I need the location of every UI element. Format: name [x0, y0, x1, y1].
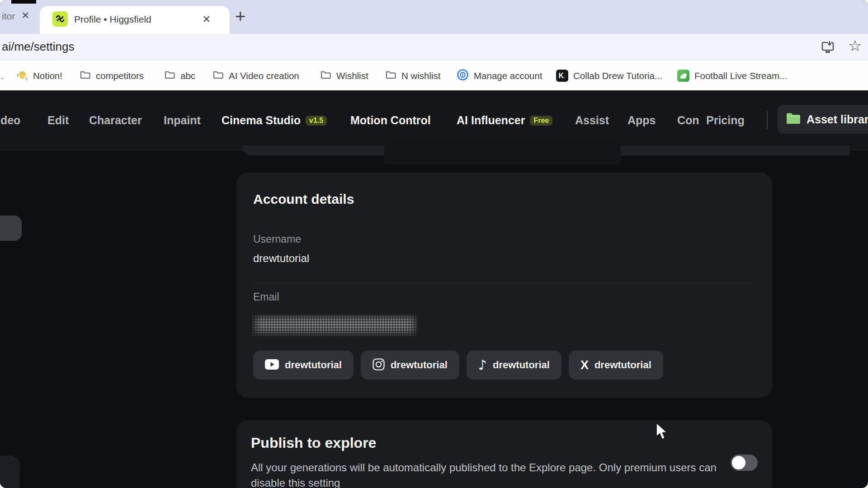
- bookmark-star-icon[interactable]: ☆: [848, 37, 862, 55]
- nav-label: Inpaint: [164, 114, 201, 127]
- folder-icon: [212, 69, 224, 82]
- social-handle: drewtutorial: [594, 359, 651, 371]
- bookmark-item[interactable]: K. Collab Drew Tutoria...: [556, 61, 662, 90]
- sidebar-handle-fragment[interactable]: [0, 216, 22, 241]
- folder-icon: [385, 69, 396, 82]
- bookmark-item[interactable]: .: [1, 61, 4, 90]
- higgsfield-favicon-icon: [52, 11, 68, 27]
- nav-divider: [767, 111, 768, 129]
- bookmark-item[interactable]: N wishlist: [385, 61, 441, 90]
- floating-panel-fragment: [0, 455, 20, 488]
- browser-toolbar: ai/me/settings ☆: [0, 34, 868, 61]
- bookmark-label: Football Live Stream...: [694, 70, 787, 81]
- scrolled-card-tab: [384, 143, 621, 164]
- window-edge-strip: [11, 0, 36, 4]
- active-tab[interactable]: Profile • Higgsfield ×: [40, 6, 230, 34]
- asset-library-label: Asset library: [807, 113, 868, 126]
- folder-icon: [164, 69, 175, 82]
- social-handle: drewtutorial: [391, 359, 448, 371]
- bookmark-label: competitors: [96, 70, 144, 81]
- x-logo-icon: X: [580, 359, 589, 371]
- bookmark-item[interactable]: abc: [164, 61, 195, 90]
- app-page: ideo Edit Character Inpaint Cinema Studi…: [0, 90, 868, 488]
- green-folder-icon: [786, 112, 801, 127]
- free-badge: Free: [530, 116, 552, 126]
- bookmark-item[interactable]: Notion!: [16, 61, 62, 90]
- bookmark-label: .: [1, 70, 4, 81]
- bookmark-label: abc: [180, 70, 195, 81]
- username-label: Username: [253, 233, 301, 245]
- youtube-icon: [265, 359, 279, 371]
- email-label: Email: [253, 291, 279, 303]
- nav-label: Character: [89, 114, 142, 127]
- tiktok-icon: ♪: [478, 358, 487, 372]
- nav-item-motion-control[interactable]: Motion Control: [350, 114, 431, 127]
- nav-label: Assist: [575, 114, 609, 127]
- bookmark-item[interactable]: competitors: [80, 61, 144, 90]
- nav-item-con[interactable]: Con: [677, 114, 699, 127]
- publish-to-explore-card: Publish to explore All your generations …: [236, 420, 772, 488]
- app-navbar: ideo Edit Character Inpaint Cinema Studi…: [0, 90, 868, 150]
- social-handle: drewtutorial: [493, 359, 550, 371]
- nav-item-assist[interactable]: Assist: [575, 114, 609, 127]
- publish-toggle[interactable]: [731, 455, 758, 471]
- bookmark-label: Collab Drew Tutoria...: [573, 70, 662, 81]
- email-value-redacted: [252, 314, 418, 336]
- nav-label: ideo: [0, 114, 20, 127]
- nav-label: Pricing: [706, 114, 745, 127]
- nav-label: Apps: [627, 114, 656, 127]
- address-bar-url[interactable]: ai/me/settings: [2, 40, 74, 54]
- card-title: Publish to explore: [251, 435, 376, 451]
- nav-label: AI Influencer: [457, 114, 525, 127]
- browser-window: itor × Profile • Higgsfield × + ai/me/se…: [0, 0, 868, 488]
- username-value: drewtutorial: [253, 252, 309, 265]
- x-link-button[interactable]: X drewtutorial: [569, 351, 663, 380]
- field-divider: [253, 283, 754, 283]
- social-handle: drewtutorial: [285, 359, 342, 371]
- nav-item-cinema-studio[interactable]: Cinema Studiov1.5: [222, 114, 327, 127]
- onepassword-icon: [457, 69, 469, 83]
- nav-item-community[interactable]: Apps: [627, 114, 656, 127]
- close-icon[interactable]: ×: [203, 11, 211, 27]
- instagram-icon: [373, 358, 385, 372]
- nav-label: Cinema Studio: [222, 114, 301, 127]
- bookmark-label: Wishlist: [336, 70, 368, 81]
- nav-item-edit[interactable]: Edit: [47, 114, 69, 127]
- folder-icon: [320, 69, 331, 82]
- tiktok-link-button[interactable]: ♪ drewtutorial: [467, 351, 561, 380]
- nav-item-inpaint[interactable]: Inpaint: [164, 114, 201, 127]
- tab-title: Profile • Higgsfield: [74, 14, 151, 25]
- bookmark-item[interactable]: Wishlist: [320, 61, 368, 90]
- mouse-cursor: [656, 422, 671, 443]
- k-dot: .: [564, 72, 566, 80]
- save-install-icon[interactable]: [819, 38, 837, 58]
- publish-description: All your generations will be automatical…: [251, 460, 723, 488]
- nav-item-video[interactable]: ideo: [0, 114, 20, 127]
- bookmark-item[interactable]: Football Live Stream...: [677, 61, 787, 90]
- close-icon[interactable]: ×: [22, 8, 29, 23]
- bookmark-label: N wishlist: [401, 70, 441, 81]
- nav-label: Motion Control: [350, 114, 431, 127]
- youtube-link-button[interactable]: drewtutorial: [253, 351, 354, 380]
- nav-item-character[interactable]: Character: [89, 114, 142, 127]
- bookmark-label: AI Video creation: [229, 70, 299, 81]
- bookmark-label: Notion!: [33, 70, 62, 81]
- instagram-link-button[interactable]: drewtutorial: [361, 351, 459, 380]
- background-tab-label: itor: [2, 11, 15, 22]
- bookmark-item[interactable]: Manage account: [457, 61, 542, 90]
- bookmark-label: Manage account: [474, 70, 542, 81]
- card-title: Account details: [253, 192, 354, 207]
- toggle-knob: [732, 456, 745, 469]
- version-badge: v1.5: [306, 116, 327, 126]
- account-details-card: Account details Username drewtutorial Em…: [236, 173, 772, 398]
- k-letter: K: [558, 72, 564, 80]
- nav-item-pricing[interactable]: Pricing: [706, 114, 745, 127]
- kit-app-icon: K.: [556, 70, 568, 82]
- nav-item-ai-influencer[interactable]: AI InfluencerFree: [457, 114, 552, 127]
- bookmark-item[interactable]: AI Video creation: [212, 61, 299, 90]
- bookmarks-bar: . Notion! competitors abc AI Video creat: [0, 61, 868, 90]
- new-tab-button[interactable]: +: [235, 6, 245, 27]
- tab-strip: itor × Profile • Higgsfield × +: [0, 0, 868, 34]
- asset-library-button[interactable]: Asset library: [778, 105, 868, 134]
- nav-label: Edit: [47, 114, 69, 127]
